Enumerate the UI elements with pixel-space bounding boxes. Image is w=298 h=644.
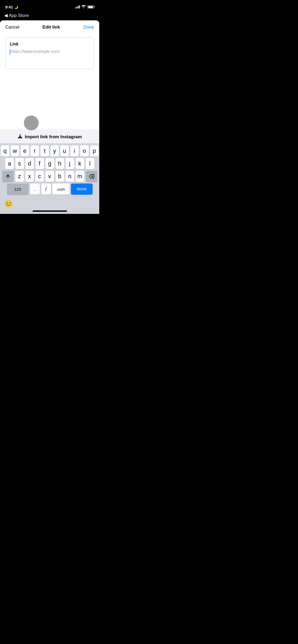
import-link-bar[interactable]: Import link from Instagram <box>0 129 99 143</box>
key-h[interactable]: h <box>56 158 64 169</box>
import-icon <box>17 134 23 140</box>
key-s[interactable]: s <box>15 158 24 169</box>
svg-rect-0 <box>18 137 22 138</box>
dotcom-key[interactable]: .com <box>52 183 69 195</box>
key-g[interactable]: g <box>46 158 54 169</box>
key-b[interactable]: b <box>56 171 64 182</box>
keyboard-row-2: a s d f g h j k l <box>1 158 98 169</box>
moon-icon: 🌙 <box>14 5 18 9</box>
wifi-icon <box>82 5 86 9</box>
home-indicator <box>0 209 99 214</box>
key-w[interactable]: w <box>11 145 19 157</box>
key-e[interactable]: e <box>21 145 29 157</box>
key-y[interactable]: y <box>51 145 59 157</box>
key-k[interactable]: k <box>76 158 84 169</box>
key-a[interactable]: a <box>5 158 14 169</box>
keyboard-row-3: z x c v b n m <box>1 171 98 182</box>
keyboard: q w e r t y u i o p a s d f g h j k l <box>0 143 99 197</box>
content-area <box>0 73 99 129</box>
shift-key[interactable] <box>2 171 14 182</box>
nav-back-bar[interactable]: ◀ App Store <box>0 12 99 20</box>
status-icons <box>75 5 94 9</box>
link-input-container: Link https://www.example.com/ <box>0 33 99 73</box>
key-x[interactable]: x <box>25 171 34 182</box>
key-v[interactable]: v <box>46 171 54 182</box>
key-r[interactable]: r <box>31 145 39 157</box>
key-d[interactable]: d <box>25 158 34 169</box>
key-n[interactable]: n <box>66 171 74 182</box>
import-link-label: Import link from Instagram <box>25 134 82 140</box>
modal-sheet: Cancel Edit link Done Link https://www.e… <box>0 20 99 214</box>
slash-key[interactable]: / <box>41 183 51 195</box>
status-bar: 9:41 🌙 <box>0 0 99 12</box>
key-q[interactable]: q <box>1 145 9 157</box>
cancel-button[interactable]: Cancel <box>5 25 19 30</box>
signal-bars-icon <box>75 5 80 8</box>
link-box[interactable]: Link https://www.example.com/ <box>5 37 94 69</box>
key-c[interactable]: c <box>35 171 44 182</box>
battery-icon <box>87 5 94 8</box>
keyboard-bottom-bar: 😊 <box>0 197 99 209</box>
done-button[interactable]: Done <box>83 25 94 30</box>
text-cursor <box>10 49 10 55</box>
modal-title: Edit link <box>43 25 60 30</box>
gray-circle <box>24 116 39 130</box>
key-u[interactable]: u <box>60 145 69 157</box>
key-z[interactable]: z <box>15 171 24 182</box>
emoji-key[interactable]: 😊 <box>4 200 13 208</box>
key-m[interactable]: m <box>76 171 84 182</box>
key-f[interactable]: f <box>35 158 44 169</box>
nav-back-label: App Store <box>9 13 29 18</box>
numbers-key[interactable]: 123 <box>7 183 29 195</box>
key-p[interactable]: p <box>90 145 99 157</box>
dot-key[interactable]: . <box>30 183 40 195</box>
delete-key[interactable] <box>86 171 97 182</box>
status-time: 9:41 <box>5 5 13 9</box>
key-o[interactable]: o <box>80 145 89 157</box>
link-placeholder: https://www.example.com/ <box>11 49 60 54</box>
link-label: Link <box>10 42 89 47</box>
keyboard-row-1: q w e r t y u i o p <box>1 145 98 157</box>
key-t[interactable]: t <box>40 145 49 157</box>
key-l[interactable]: l <box>86 158 94 169</box>
keyboard-row-4: 123 . / .com done <box>1 183 98 195</box>
link-input-row: https://www.example.com/ <box>10 49 89 55</box>
keyboard-done-key[interactable]: done <box>71 183 93 195</box>
home-bar <box>33 210 67 212</box>
edit-link-header: Cancel Edit link Done <box>0 20 99 33</box>
back-arrow-icon: ◀ <box>4 13 8 18</box>
key-i[interactable]: i <box>70 145 79 157</box>
key-j[interactable]: j <box>66 158 74 169</box>
